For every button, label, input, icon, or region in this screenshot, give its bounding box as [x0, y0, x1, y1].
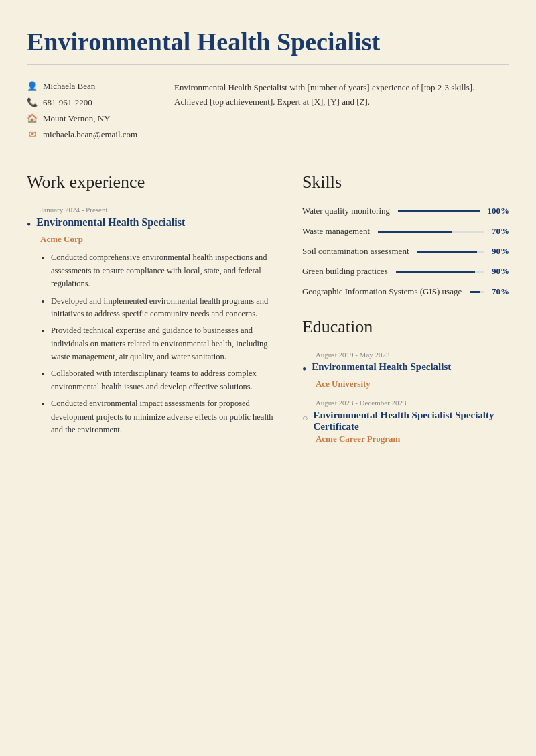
skill-name-1: Waste management [302, 226, 370, 237]
skill-row-2: Soil contamination assessment 90% [302, 246, 509, 257]
contact-info: 👤 Michaela Bean 📞 681-961-2200 🏠 Mount V… [27, 81, 147, 145]
main-content: Work experience January 2024 - Present •… [27, 172, 509, 454]
skill-item-3: Green building practices 90% [302, 266, 509, 277]
skill-item-2: Soil contamination assessment 90% [302, 246, 509, 257]
job-duties-0: Conducted comprehensive environmental he… [40, 251, 275, 436]
edu-entry-1: August 2023 - December 2023 ○ Environmen… [302, 399, 509, 444]
skill-bar-fill-4 [470, 291, 480, 293]
phone-icon: 📞 [27, 97, 38, 108]
edu-date-0: August 2019 - May 2023 [316, 351, 509, 359]
skill-percent-2: 90% [492, 246, 509, 257]
work-experience-title: Work experience [27, 172, 275, 192]
summary-text: Environmental Health Specialist with [nu… [174, 81, 509, 145]
skill-percent-4: 70% [492, 286, 509, 297]
skill-item-0: Water quality monitoring 100% [302, 206, 509, 216]
skill-row-4: Geographic Information Systems (GIS) usa… [302, 286, 509, 297]
skills-title: Skills [302, 172, 509, 192]
education-section: Education August 2019 - May 2023 • Envir… [302, 317, 509, 444]
skill-percent-3: 90% [492, 266, 509, 277]
job-title-row-0: • Environmental Health Specialist [27, 216, 275, 233]
duty-0-2: Provided technical expertise and guidanc… [51, 324, 275, 363]
contact-location-row: 🏠 Mount Vernon, NY [27, 113, 147, 124]
contact-phone: 681-961-2200 [43, 97, 92, 108]
duty-0-4: Conducted environmental impact assessmen… [51, 397, 275, 436]
skill-row-3: Green building practices 90% [302, 266, 509, 277]
skills-list: Water quality monitoring 100% Waste mana… [302, 206, 509, 297]
person-icon: 👤 [27, 81, 38, 92]
edu-institution-0: Ace University [316, 379, 509, 389]
bullet-filled-0: • [27, 217, 31, 233]
edu-bullet-empty-1: ○ [302, 411, 308, 425]
edu-institution-1: Acme Career Program [316, 434, 509, 444]
skill-percent-0: 100% [488, 206, 510, 216]
skill-percent-1: 70% [492, 226, 509, 237]
skill-bar-bg-0 [398, 210, 480, 212]
contact-location: Mount Vernon, NY [43, 113, 111, 124]
edu-title-row-1: ○ Environmental Health Specialist Specia… [302, 410, 509, 432]
edu-title-row-0: • Environmental Health Specialist [302, 361, 509, 377]
title-divider [27, 64, 509, 65]
duty-0-1: Developed and implemented environmental … [51, 295, 275, 321]
contact-name-row: 👤 Michaela Bean [27, 81, 147, 92]
skill-bar-fill-1 [378, 231, 452, 233]
job-entry-0: January 2024 - Present • Environmental H… [27, 206, 275, 436]
skill-item-1: Waste management 70% [302, 226, 509, 237]
skill-row-0: Water quality monitoring 100% [302, 206, 509, 216]
company-name-0: Acme Corp [40, 234, 275, 245]
skill-bar-bg-1 [378, 231, 484, 233]
edu-bullet-filled-0: • [302, 362, 306, 377]
edu-date-1: August 2023 - December 2023 [316, 399, 509, 407]
skill-name-4: Geographic Information Systems (GIS) usa… [302, 286, 462, 297]
skill-bar-bg-4 [470, 291, 484, 293]
page-title: Environmental Health Specialist [27, 27, 509, 56]
edu-entry-0: August 2019 - May 2023 • Environmental H… [302, 351, 509, 389]
contact-email: michaela.bean@email.com [43, 129, 137, 140]
skill-bar-bg-3 [396, 271, 484, 273]
email-icon: ✉ [27, 129, 38, 140]
duty-0-3: Collaborated with interdisciplinary team… [51, 367, 275, 393]
contact-phone-row: 📞 681-961-2200 [27, 97, 147, 108]
skill-bar-fill-0 [398, 210, 480, 212]
skill-row-1: Waste management 70% [302, 226, 509, 237]
location-icon: 🏠 [27, 113, 38, 124]
edu-degree-1: Environmental Health Specialist Specialt… [313, 410, 509, 432]
skill-name-3: Green building practices [302, 266, 388, 277]
header-section: 👤 Michaela Bean 📞 681-961-2200 🏠 Mount V… [27, 81, 509, 145]
skill-bar-bg-2 [417, 251, 484, 253]
job-title-0: Environmental Health Specialist [36, 216, 185, 229]
contact-name: Michaela Bean [43, 81, 95, 92]
edu-degree-0: Environmental Health Specialist [312, 361, 451, 373]
skill-name-2: Soil contamination assessment [302, 246, 409, 257]
left-column: Work experience January 2024 - Present •… [27, 172, 275, 454]
job-date-0: January 2024 - Present [40, 206, 275, 214]
skill-bar-fill-3 [396, 271, 475, 273]
skill-item-4: Geographic Information Systems (GIS) usa… [302, 286, 509, 297]
education-title: Education [302, 317, 509, 337]
duty-0-0: Conducted comprehensive environmental he… [51, 251, 275, 290]
skill-name-0: Water quality monitoring [302, 206, 390, 216]
skill-bar-fill-2 [417, 251, 478, 253]
right-column: Skills Water quality monitoring 100% Was… [302, 172, 509, 454]
skills-section: Skills Water quality monitoring 100% Was… [302, 172, 509, 297]
contact-email-row: ✉ michaela.bean@email.com [27, 129, 147, 140]
